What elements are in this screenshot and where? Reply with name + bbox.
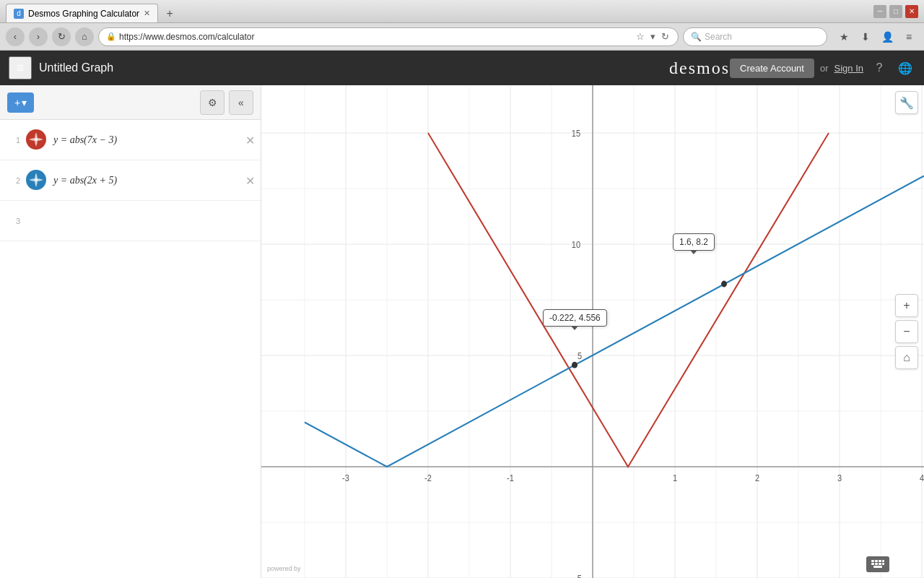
graph-controls: + − ⌂ bbox=[895, 294, 918, 369]
keyboard-button[interactable] bbox=[866, 556, 889, 572]
search-icon: 🔍 bbox=[691, 32, 702, 42]
url-text: https://www.desmos.com/calculator bbox=[119, 32, 632, 42]
powered-by-label: powered by bbox=[267, 565, 301, 572]
expression-icon-2 bbox=[26, 170, 48, 191]
bookmark-icon[interactable]: ★ bbox=[834, 27, 853, 46]
collapse-icon: « bbox=[238, 97, 244, 108]
close-button[interactable]: ✕ bbox=[905, 5, 918, 18]
header-right: Create Account or Sign In ? 🌐 bbox=[730, 58, 915, 78]
row-number-1: 1 bbox=[6, 136, 20, 144]
svg-point-39 bbox=[572, 362, 578, 368]
graph-settings-button[interactable]: 🔧 bbox=[895, 91, 918, 114]
maximize-button[interactable]: □ bbox=[889, 5, 902, 18]
app-header: ≡ Untitled Graph desmos Create Account o… bbox=[0, 51, 924, 85]
delete-expression-2-button[interactable]: ✕ bbox=[245, 173, 255, 187]
svg-rect-41 bbox=[871, 560, 874, 562]
svg-rect-48 bbox=[882, 563, 884, 565]
add-expression-button[interactable]: + ▾ bbox=[7, 92, 34, 113]
hamburger-icon: ≡ bbox=[17, 61, 25, 76]
panel-toolbar: + ▾ ⚙ « bbox=[0, 85, 261, 120]
expression-color-dot-2 bbox=[26, 170, 46, 190]
svg-rect-45 bbox=[871, 563, 874, 565]
expression-color-dot-1 bbox=[26, 129, 46, 150]
download-icon[interactable]: ⬇ bbox=[856, 27, 875, 46]
url-dropdown-icon[interactable]: ▾ bbox=[649, 30, 657, 43]
svg-point-40 bbox=[721, 281, 727, 288]
create-account-button[interactable]: Create Account bbox=[730, 59, 814, 78]
svg-rect-43 bbox=[879, 560, 881, 562]
graph-title: Untitled Graph bbox=[39, 61, 669, 74]
svg-text:2: 2 bbox=[755, 473, 759, 483]
svg-text:15: 15 bbox=[572, 129, 580, 139]
minimize-button[interactable]: ─ bbox=[873, 5, 886, 18]
add-dropdown-icon: ▾ bbox=[22, 97, 27, 108]
tab-close-btn[interactable]: ✕ bbox=[144, 9, 150, 18]
svg-rect-49 bbox=[873, 566, 882, 568]
settings-button[interactable]: ⚙ bbox=[200, 90, 225, 115]
collapse-panel-button[interactable]: « bbox=[229, 90, 253, 115]
gear-icon: ⚙ bbox=[208, 97, 217, 108]
profile-icon[interactable]: 👤 bbox=[878, 27, 897, 46]
row-number-2: 2 bbox=[6, 176, 20, 185]
svg-text:1: 1 bbox=[673, 473, 677, 483]
hamburger-menu-button[interactable]: ≡ bbox=[9, 56, 32, 79]
left-panel: + ▾ ⚙ « 1 y = bbox=[0, 85, 261, 578]
expression-formula-1[interactable]: y = abs(7x − 3) bbox=[53, 134, 255, 146]
svg-text:4: 4 bbox=[920, 473, 924, 483]
svg-rect-46 bbox=[875, 563, 878, 565]
menu-icon[interactable]: ≡ bbox=[899, 27, 918, 46]
bookmark-star-icon[interactable]: ☆ bbox=[635, 30, 646, 43]
svg-rect-47 bbox=[879, 563, 881, 565]
new-tab-button[interactable]: + bbox=[161, 5, 178, 22]
svg-rect-44 bbox=[882, 560, 884, 562]
tab-area: d Desmos Graphing Calculator ✕ + bbox=[6, 0, 178, 22]
expression-icon-1 bbox=[26, 129, 48, 151]
browser-title-bar: d Desmos Graphing Calculator ✕ + ─ □ ✕ bbox=[0, 0, 924, 23]
address-bar: ‹ › ↻ ⌂ 🔒 https://www.desmos.com/calcula… bbox=[0, 23, 924, 51]
svg-text:5: 5 bbox=[578, 352, 582, 361]
svg-text:-1: -1 bbox=[507, 473, 514, 483]
plus-icon: + bbox=[14, 97, 20, 108]
desmos-logo: desmos bbox=[669, 59, 730, 78]
search-bar[interactable]: 🔍 Search bbox=[683, 27, 827, 46]
help-button[interactable]: ? bbox=[869, 58, 889, 78]
window-controls: ─ □ ✕ bbox=[873, 5, 918, 18]
svg-text:3: 3 bbox=[837, 473, 842, 483]
refresh-button[interactable]: ↻ bbox=[52, 27, 71, 46]
expression-row: 2 y = abs(2x + 5) ✕ bbox=[0, 160, 261, 201]
delete-expression-1-button[interactable]: ✕ bbox=[245, 133, 255, 147]
sign-in-button[interactable]: Sign In bbox=[834, 63, 863, 74]
tab-title: Desmos Graphing Calculator bbox=[28, 9, 139, 19]
app-container: ≡ Untitled Graph desmos Create Account o… bbox=[0, 51, 924, 578]
expression-row-empty[interactable]: 3 bbox=[0, 201, 261, 241]
search-placeholder: Search bbox=[705, 32, 732, 42]
expression-row: 1 y = abs(7x − 3) ✕ bbox=[0, 120, 261, 160]
url-refresh-icon[interactable]: ↻ bbox=[660, 30, 671, 43]
zoom-out-button[interactable]: − bbox=[895, 320, 918, 343]
toolbar-icons: ★ ⬇ 👤 ≡ bbox=[834, 27, 918, 46]
globe-button[interactable]: 🌐 bbox=[895, 58, 915, 78]
svg-rect-42 bbox=[875, 560, 878, 562]
zoom-in-button[interactable]: + bbox=[895, 294, 918, 317]
svg-text:10: 10 bbox=[572, 241, 580, 250]
main-content: + ▾ ⚙ « 1 y = bbox=[0, 85, 924, 578]
url-bar[interactable]: 🔒 https://www.desmos.com/calculator ☆ ▾ … bbox=[98, 27, 679, 46]
tab-favicon: d bbox=[14, 9, 24, 19]
lock-icon: 🔒 bbox=[106, 32, 116, 41]
svg-text:-5: -5 bbox=[575, 574, 582, 578]
row-number-3: 3 bbox=[6, 217, 20, 225]
or-label: or bbox=[820, 63, 829, 74]
graph-svg: -3 -2 -1 1 2 3 4 15 10 5 -5 bbox=[261, 85, 924, 578]
svg-text:-3: -3 bbox=[342, 473, 349, 483]
back-button[interactable]: ‹ bbox=[6, 27, 25, 46]
svg-text:-2: -2 bbox=[424, 473, 432, 483]
graph-area[interactable]: -3 -2 -1 1 2 3 4 15 10 5 -5 bbox=[261, 85, 924, 578]
active-tab[interactable]: d Desmos Graphing Calculator ✕ bbox=[6, 4, 158, 22]
expression-formula-2[interactable]: y = abs(2x + 5) bbox=[53, 175, 255, 186]
home-button[interactable]: ⌂ bbox=[75, 27, 94, 46]
forward-button[interactable]: › bbox=[29, 27, 48, 46]
home-view-button[interactable]: ⌂ bbox=[895, 346, 918, 369]
